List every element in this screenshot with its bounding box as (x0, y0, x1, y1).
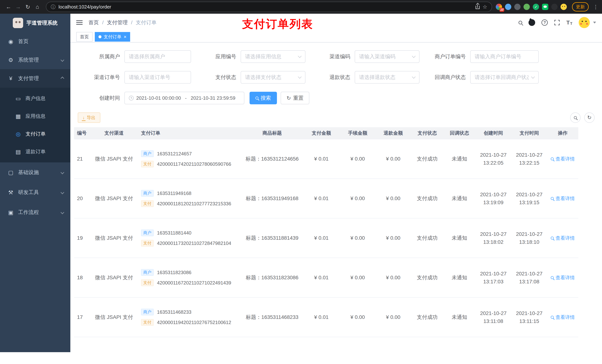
filter-form: 所属商户 应用编号 请选择应用信息 渠道编码 请输入渠道编码 商户订单编号 (78, 42, 595, 104)
select-placeholder: 请输入渠道编码 (359, 53, 395, 60)
pay-channel: 微信 JSAPI 支付 (93, 297, 135, 337)
sidebar-item-infra[interactable]: ▢ 基础设施 (0, 162, 70, 182)
channel-order-no-input[interactable] (124, 71, 191, 83)
help-icon[interactable]: ? (541, 20, 548, 26)
view-detail-link[interactable]: 查看详情 (551, 314, 575, 321)
breadcrumb-current: 支付订单 (136, 19, 157, 26)
pay-tag: 支付 (141, 240, 154, 247)
merchant-order-no-input[interactable] (470, 50, 539, 63)
sidebar-item-label: 应用信息 (26, 113, 45, 119)
date-end[interactable]: 2021-10-31 23:59:59 (191, 95, 235, 101)
notify-status-label: 回调商户状态 (419, 74, 470, 81)
breadcrumb-parent[interactable]: 支付管理 (107, 19, 128, 26)
merchant-tag: 商户 (141, 229, 154, 236)
search-icon (551, 157, 554, 160)
browser-menu-icon[interactable]: ⋮ (593, 4, 598, 10)
reload-icon[interactable]: ↻ (23, 2, 32, 12)
pay-channel: 微信 JSAPI 支付 (93, 218, 135, 258)
breadcrumb-home[interactable]: 首页 (88, 19, 99, 26)
extension-icon-grey[interactable] (514, 4, 521, 10)
col-paid: 支付时间 (511, 127, 547, 139)
paid-time: 2021-10-2713:11:15 (511, 297, 547, 337)
share-icon[interactable] (475, 6, 480, 9)
order-id: 17 (74, 297, 93, 337)
search-icon (551, 316, 554, 319)
sidebar-item-merchant-info[interactable]: ▭ 商户信息 (0, 90, 70, 107)
paid-time: 2021-10-2713:18:10 (511, 218, 547, 258)
site-info-icon[interactable]: ⓘ (51, 4, 55, 10)
app-no-select[interactable]: 请选择应用信息 (241, 50, 305, 63)
owner-input[interactable] (124, 50, 191, 63)
view-detail-link[interactable]: 查看详情 (551, 274, 575, 281)
sidebar-item-label: 首页 (18, 38, 29, 45)
pay-status: 支付成功 (411, 258, 443, 297)
fee-amount: ¥ 0.00 (340, 297, 376, 337)
sidebar-item-workflow[interactable]: ▣ 工作流程 (0, 202, 70, 222)
hamburger-icon[interactable] (76, 20, 83, 25)
sidebar-item-devtools[interactable]: ⚒ 研发工具 (0, 182, 70, 202)
refund-status-select[interactable]: 请选择退款状态 (355, 71, 419, 83)
search-icon[interactable] (518, 21, 522, 24)
col-notify-status: 回调状态 (443, 127, 475, 139)
extension-icon-dark[interactable] (551, 4, 558, 10)
select-placeholder: 请选择订单回调商户状态 (475, 74, 529, 81)
merchant-order-no: 1635311823086 (157, 270, 191, 275)
browser-update-button[interactable]: 更新 (572, 2, 589, 11)
notify-status-select[interactable]: 请选择订单回调商户状态 (470, 71, 539, 83)
view-detail-link[interactable]: 查看详情 (551, 235, 575, 241)
pay-status-select[interactable]: 请选择支付状态 (241, 71, 305, 83)
sidebar-item-pay[interactable]: ¥ 支付管理 (0, 69, 70, 88)
view-detail-link[interactable]: 查看详情 (551, 195, 575, 202)
pay-order-cell: 商户1635311457136 (135, 337, 241, 352)
search-button[interactable]: 搜索 (249, 92, 277, 104)
fullscreen-icon[interactable] (554, 20, 560, 26)
pay-order-cell: 商户1635311823086 支付4200001167202110271022… (135, 258, 241, 297)
monitor-icon: ▢ (7, 169, 14, 176)
back-icon[interactable]: ← (4, 2, 13, 12)
chevron-up-icon (61, 77, 64, 80)
refresh-icon: ↻ (587, 115, 591, 120)
merchant-tag: 商户 (141, 190, 154, 197)
view-detail-link[interactable]: 查看详情 (551, 156, 575, 162)
sidebar-item-home[interactable]: ◉ 首页 (0, 32, 70, 51)
create-time-range-picker[interactable]: 2021-10-01 00:00:00 - 2021-10-31 23:59:5… (124, 92, 244, 104)
toggle-search-button[interactable] (570, 113, 580, 123)
reset-button[interactable]: ↻ 重置 (281, 92, 309, 104)
home-icon[interactable]: ⌂ (32, 2, 42, 12)
address-bar[interactable]: ⓘ localhost:1024/pay/order ☆ (46, 2, 492, 12)
channel-code-select[interactable]: 请输入渠道编码 (355, 50, 419, 63)
tab-home[interactable]: 首页 (76, 32, 93, 42)
refresh-icon: ↻ (287, 95, 291, 101)
extension-icon-green[interactable] (524, 4, 530, 10)
close-icon[interactable]: × (124, 34, 127, 39)
table-header-row: 编号 支付渠道 支付订单 商品标题 支付金额 手续金额 退款金额 支付状态 回调… (74, 127, 578, 139)
bookmark-star-icon[interactable]: ☆ (483, 4, 487, 10)
extension-icon-face[interactable] (560, 4, 567, 10)
pay-amount: ¥ 0.01 (303, 139, 340, 179)
url-text[interactable]: localhost:1024/pay/order (58, 4, 111, 10)
created-time: 2021-10-2713:11:08 (475, 297, 511, 337)
sidebar-item-refund-order[interactable]: ▤ 退款订单 (0, 143, 70, 161)
extension-icon-chat[interactable] (542, 4, 548, 10)
briefcase-icon: ▣ (7, 209, 14, 216)
github-icon[interactable] (528, 19, 535, 26)
extension-icon-check[interactable]: ✓ (533, 4, 539, 10)
date-start[interactable]: 2021-10-01 00:00:00 (136, 95, 181, 101)
order-id: 20 (74, 179, 93, 218)
app-title: 芋道管理系统 (26, 20, 58, 26)
sidebar-item-pay-order[interactable]: ◎ 支付订单 (0, 125, 70, 143)
sidebar-item-app-info[interactable]: ▦ 应用信息 (0, 107, 70, 125)
forward-icon[interactable]: → (13, 2, 23, 12)
search-icon (551, 276, 554, 279)
tab-label: 支付订单 (104, 34, 121, 40)
extension-icon-blue[interactable] (505, 4, 511, 10)
chevron-down-icon (298, 54, 301, 58)
refresh-table-button[interactable]: ↻ (584, 113, 595, 123)
export-button[interactable]: ↓ 导出 (78, 113, 100, 123)
user-avatar[interactable] (579, 17, 590, 28)
extension-icon-colorful[interactable]: 10 (496, 4, 502, 10)
font-size-icon[interactable]: TT (566, 20, 572, 25)
sidebar-item-system[interactable]: ⚙ 系统管理 (0, 51, 70, 69)
caret-down-icon[interactable] (593, 22, 596, 23)
tab-pay-order[interactable]: 支付订单 × (95, 32, 130, 42)
